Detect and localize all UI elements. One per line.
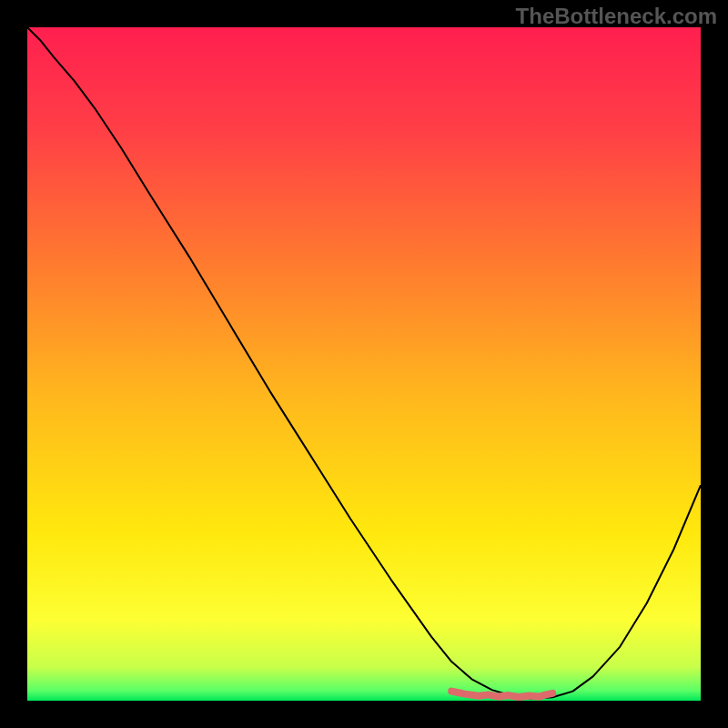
chart-container: TheBottleneck.com [0, 0, 728, 728]
gradient-background [27, 27, 701, 701]
chart-svg [27, 27, 701, 701]
plot-area [27, 27, 701, 701]
watermark-text: TheBottleneck.com [516, 4, 717, 29]
